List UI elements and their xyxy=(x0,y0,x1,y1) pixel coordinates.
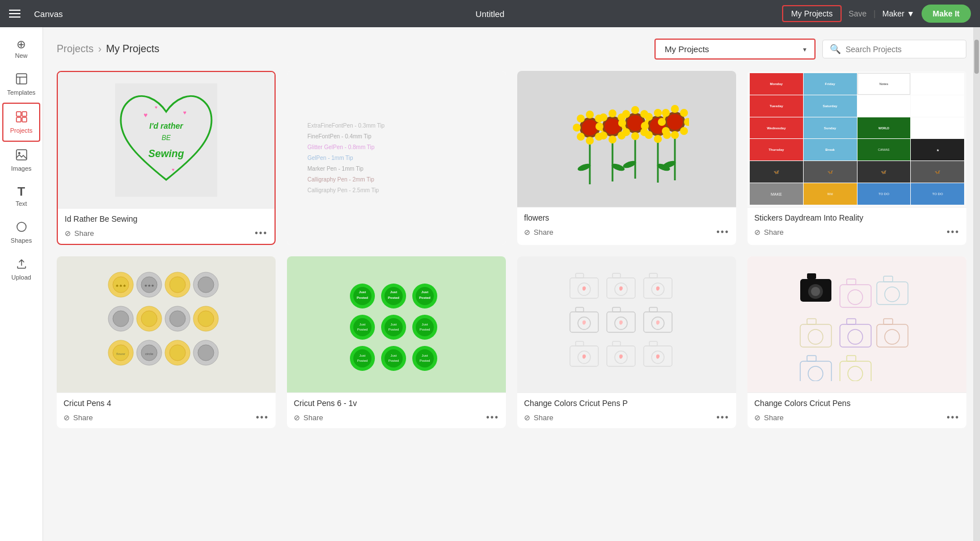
share-button-change-colors-p[interactable]: ⊘ Share xyxy=(524,413,554,422)
card-footer-cricut-pens-6: Cricut Pens 6 - 1v ⊘ Share ••• xyxy=(287,392,506,428)
card-thumbnail-change-colors xyxy=(747,256,966,392)
svg-point-179 xyxy=(808,329,823,344)
breadcrumb-current: My Projects xyxy=(106,43,159,55)
project-card-cricut-pens-4[interactable]: ♣ ♣ ♣ ★★★ xyxy=(57,256,276,428)
svg-point-89 xyxy=(141,311,157,327)
sidebar-item-text[interactable]: T Text xyxy=(0,179,43,214)
svg-rect-181 xyxy=(847,319,856,324)
project-card-pens2[interactable]: ExtraFineFontPen - 0.3mm Tip FineFontPen… xyxy=(287,71,506,245)
svg-text:Just: Just xyxy=(359,323,365,326)
text-icon: T xyxy=(18,185,25,198)
svg-rect-156 xyxy=(649,307,657,312)
project-card-sewing[interactable]: I'd rather BE Sewing ♥ ♥ ♥ ♥ Id Rather B… xyxy=(57,71,276,245)
card-thumbnail-flowers xyxy=(517,71,736,207)
my-projects-button[interactable]: My Projects xyxy=(782,5,842,22)
more-button-change-colors[interactable]: ••• xyxy=(947,412,960,422)
more-button-change-colors-p[interactable]: ••• xyxy=(716,412,729,422)
sidebar-item-new[interactable]: ⊕ New xyxy=(0,32,43,66)
share-button-stickers[interactable]: ⊘ Share xyxy=(754,228,784,236)
svg-point-69 xyxy=(658,118,666,126)
images-icon xyxy=(15,149,28,163)
svg-rect-141 xyxy=(576,273,584,278)
svg-point-70 xyxy=(684,118,689,126)
svg-point-185 xyxy=(885,329,899,344)
svg-text:Just: Just xyxy=(421,323,428,326)
templates-icon xyxy=(15,73,28,87)
svg-point-59 xyxy=(645,113,653,121)
project-card-stickers[interactable]: Monday Friday Notes Tuesday Saturday Wed… xyxy=(747,71,966,245)
svg-point-117 xyxy=(353,318,371,336)
svg-rect-165 xyxy=(649,341,657,346)
sidebar-item-images[interactable]: Images xyxy=(0,142,43,179)
svg-point-51 xyxy=(627,115,643,131)
svg-point-37 xyxy=(599,132,607,140)
sidebar-item-templates[interactable]: Templates xyxy=(0,66,43,103)
hamburger-menu[interactable] xyxy=(9,10,20,18)
svg-point-33 xyxy=(595,122,603,130)
search-input[interactable] xyxy=(846,45,959,54)
scrollbar-track[interactable] xyxy=(973,27,980,541)
card-footer-change-colors: Change Colors Cricut Pens ⊘ Share ••• xyxy=(747,392,966,428)
svg-text:Posted: Posted xyxy=(357,359,368,362)
more-button-stickers[interactable]: ••• xyxy=(947,227,960,237)
make-it-button[interactable]: Make It xyxy=(922,5,971,23)
sidebar-item-projects[interactable]: Projects xyxy=(2,103,40,142)
card-actions-flowers: ⊘ Share ••• xyxy=(524,227,729,237)
card-footer-sewing: Id Rather Be Sewing ⊘ Share ••• xyxy=(58,208,274,244)
share-icon: ⊘ xyxy=(524,228,530,236)
topbar-divider: | xyxy=(873,9,876,18)
plus-icon: ⊕ xyxy=(16,39,26,50)
save-button[interactable]: Save xyxy=(848,9,867,18)
breadcrumb-root[interactable]: Projects xyxy=(57,43,94,55)
card-thumbnail-sewing: I'd rather BE Sewing ♥ ♥ ♥ ♥ xyxy=(58,72,274,208)
svg-rect-189 xyxy=(840,361,871,381)
card-footer-change-colors-p: Change Colors Cricut Pens P ⊘ Share ••• xyxy=(517,392,736,428)
svg-text:Just: Just xyxy=(421,290,428,294)
more-button-sewing[interactable]: ••• xyxy=(255,228,268,238)
svg-text:Just: Just xyxy=(421,354,428,357)
share-button-flowers[interactable]: ⊘ Share xyxy=(524,228,554,236)
more-button-flowers[interactable]: ••• xyxy=(716,227,729,237)
svg-rect-180 xyxy=(840,324,871,347)
card-actions-change-colors-p: ⊘ Share ••• xyxy=(524,412,729,422)
card-footer-stickers: Stickers Daydream Into Reality ⊘ Share •… xyxy=(747,207,966,243)
card-title-sewing: Id Rather Be Sewing xyxy=(65,214,268,223)
svg-point-91 xyxy=(170,311,185,327)
svg-text:Just: Just xyxy=(359,354,365,357)
svg-point-87 xyxy=(113,311,129,327)
svg-point-39 xyxy=(605,119,620,134)
svg-point-47 xyxy=(622,110,630,118)
shapes-icon xyxy=(15,221,28,235)
card-actions-cricut-pens-4: ⊘ Share ••• xyxy=(64,412,269,422)
svg-rect-171 xyxy=(840,285,871,307)
svg-point-74 xyxy=(680,127,688,135)
project-card-cricut-pens-6[interactable]: Just Posted Just Posted Just xyxy=(287,256,506,428)
card-actions-cricut-pens-6: ⊘ Share ••• xyxy=(294,412,499,422)
svg-rect-174 xyxy=(877,282,908,305)
project-card-change-colors-p[interactable]: Change Colors Cricut Pens P ⊘ Share ••• xyxy=(517,256,736,428)
svg-point-56 xyxy=(654,135,662,143)
scrollbar-thumb[interactable] xyxy=(974,40,979,74)
maker-selector[interactable]: Maker ▼ xyxy=(882,9,915,18)
svg-point-45 xyxy=(618,119,626,127)
svg-rect-144 xyxy=(612,273,620,278)
share-button-change-colors[interactable]: ⊘ Share xyxy=(754,413,784,422)
svg-rect-0 xyxy=(16,74,27,84)
share-button-cricut-pens-6[interactable]: ⊘ Share xyxy=(294,413,323,422)
svg-text:Posted: Posted xyxy=(420,359,430,362)
share-button-sewing[interactable]: ⊘ Share xyxy=(65,229,94,238)
share-button-cricut-pens-4[interactable]: ⊘ Share xyxy=(64,413,93,422)
sidebar-item-upload[interactable]: Upload xyxy=(0,251,43,288)
svg-rect-190 xyxy=(847,356,856,361)
more-button-cricut-pens-6[interactable]: ••• xyxy=(486,412,499,422)
svg-point-188 xyxy=(808,366,823,381)
project-card-change-colors[interactable]: Change Colors Cricut Pens ⊘ Share ••• xyxy=(747,256,966,428)
project-card-flowers[interactable]: flowers ⊘ Share ••• xyxy=(517,71,736,245)
sidebar-item-shapes[interactable]: Shapes xyxy=(0,214,43,251)
svg-text:♥: ♥ xyxy=(155,105,158,110)
project-dropdown[interactable]: My Projects Shared with Me Purchased xyxy=(656,40,814,58)
svg-rect-150 xyxy=(576,307,584,312)
svg-text:Just: Just xyxy=(359,290,366,294)
more-button-cricut-pens-4[interactable]: ••• xyxy=(256,412,269,422)
card-thumbnail-pens2: ExtraFineFontPen - 0.3mm Tip FineFontPen… xyxy=(287,71,506,245)
